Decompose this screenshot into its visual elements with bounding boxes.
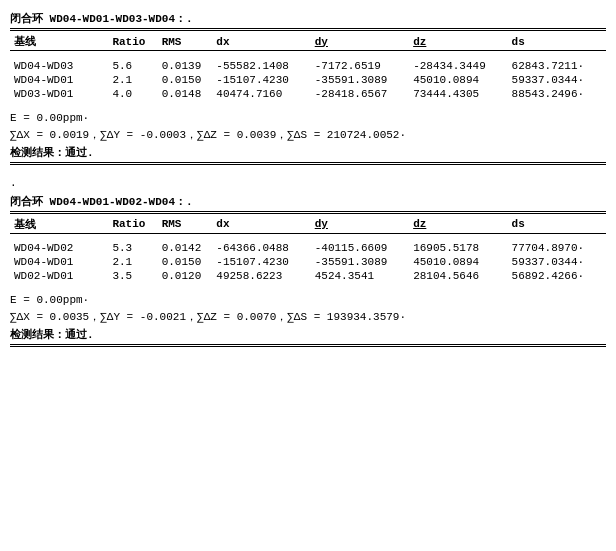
header-ratio-2: Ratio <box>108 216 157 234</box>
loop1-result: 检测结果：通过. <box>10 145 606 160</box>
loop1-row-0: WD04-WD03 5.6 0.0139 -55582.1408 -7172.6… <box>10 59 606 73</box>
l2r1-dz: 45010.0894 <box>409 255 507 269</box>
loop1-header-row: 基线 Ratio RMS dx dy dz ds <box>10 33 606 51</box>
loop1-gap1 <box>10 101 606 109</box>
l2r2-ratio: 3.5 <box>108 269 157 283</box>
header-ratio-1: Ratio <box>108 33 157 51</box>
l1r2-rms: 0.0148 <box>158 87 213 101</box>
header-ds-1: ds <box>508 33 606 51</box>
l2r0-ds: 77704.8970· <box>508 241 606 255</box>
l1r2-baseline: WD03-WD01 <box>10 87 108 101</box>
l1r0-baseline: WD04-WD03 <box>10 59 108 73</box>
loop1-section: 闭合环 WD04-WD01-WD03-WD04：. 基线 Ratio RMS d… <box>10 11 606 165</box>
l2r2-dx: 49258.6223 <box>212 269 310 283</box>
l1r1-baseline: WD04-WD01 <box>10 73 108 87</box>
loop2-sum-line: ∑ΔX = 0.0035，∑ΔY = -0.0021，∑ΔZ = 0.0070，… <box>10 309 606 324</box>
l1r0-dz: -28434.3449 <box>409 59 507 73</box>
l1r0-dx: -55582.1408 <box>212 59 310 73</box>
header-dy-2: dy <box>311 216 409 234</box>
l2r2-rms: 0.0120 <box>158 269 213 283</box>
loop2-table: 基线 Ratio RMS dx dy dz ds WD04-WD02 5.3 0… <box>10 216 606 284</box>
loop1-spacer-0 <box>10 51 606 59</box>
l1r1-ds: 59337.0344· <box>508 73 606 87</box>
loop2-gap1 <box>10 283 606 291</box>
loop2-result: 检测结果：通过. <box>10 327 606 342</box>
header-dz-1: dz <box>409 33 507 51</box>
l1r0-rms: 0.0139 <box>158 59 213 73</box>
l2r2-ds: 56892.4266· <box>508 269 606 283</box>
l2r1-dy: -35591.3089 <box>311 255 409 269</box>
l2r1-dx: -15107.4230 <box>212 255 310 269</box>
top-divider-2 <box>10 211 606 214</box>
l1r2-ratio: 4.0 <box>108 87 157 101</box>
loop2-section: 闭合环 WD04-WD01-WD02-WD04：. 基线 Ratio RMS d… <box>10 194 606 348</box>
l2r0-rms: 0.0142 <box>158 241 213 255</box>
loop2-title: 闭合环 WD04-WD01-WD02-WD04：. <box>10 194 606 209</box>
header-dx-1: dx <box>212 33 310 51</box>
dot1: · <box>10 179 606 191</box>
l1r1-ratio: 2.1 <box>108 73 157 87</box>
l2r2-dy: 4524.3541 <box>311 269 409 283</box>
loop1-row-1: WD04-WD01 2.1 0.0150 -15107.4230 -35591.… <box>10 73 606 87</box>
loop1-sum-line: ∑ΔX = 0.0019，∑ΔY = -0.0003，∑ΔZ = 0.0039，… <box>10 127 606 142</box>
l2r2-dz: 28104.5646 <box>409 269 507 283</box>
loop1-title: 闭合环 WD04-WD01-WD03-WD04：. <box>10 11 606 26</box>
l2r0-dz: 16905.5178 <box>409 241 507 255</box>
loop2-row-0: WD04-WD02 5.3 0.0142 -64366.0488 -40115.… <box>10 241 606 255</box>
loop2-row-2: WD02-WD01 3.5 0.0120 49258.6223 4524.354… <box>10 269 606 283</box>
l2r1-baseline: WD04-WD01 <box>10 255 108 269</box>
header-dy-1: dy <box>311 33 409 51</box>
l1r1-rms: 0.0150 <box>158 73 213 87</box>
l1r2-dx: 40474.7160 <box>212 87 310 101</box>
loop2-e-line: E = 0.00ppm· <box>10 294 606 306</box>
bottom-divider-1 <box>10 162 606 165</box>
l1r2-ds: 88543.2496· <box>508 87 606 101</box>
l1r0-ratio: 5.6 <box>108 59 157 73</box>
l2r0-ratio: 5.3 <box>108 241 157 255</box>
header-dx-2: dx <box>212 216 310 234</box>
l2r0-dy: -40115.6609 <box>311 241 409 255</box>
header-baseline-1: 基线 <box>10 33 108 51</box>
header-rms-2: RMS <box>158 216 213 234</box>
l1r0-ds: 62843.7211· <box>508 59 606 73</box>
l1r1-dx: -15107.4230 <box>212 73 310 87</box>
l2r1-ds: 59337.0344· <box>508 255 606 269</box>
loop1-e-line: E = 0.00ppm· <box>10 112 606 124</box>
header-baseline-2: 基线 <box>10 216 108 234</box>
l2r0-dx: -64366.0488 <box>212 241 310 255</box>
loop1-table: 基线 Ratio RMS dx dy dz ds WD04-WD03 5.6 0… <box>10 33 606 101</box>
l2r1-ratio: 2.1 <box>108 255 157 269</box>
loop2-spacer-0 <box>10 233 606 241</box>
l2r2-baseline: WD02-WD01 <box>10 269 108 283</box>
header-dz-2: dz <box>409 216 507 234</box>
header-ds-2: ds <box>508 216 606 234</box>
l1r1-dy: -35591.3089 <box>311 73 409 87</box>
loop1-row-2: WD03-WD01 4.0 0.0148 40474.7160 -28418.6… <box>10 87 606 101</box>
l2r1-rms: 0.0150 <box>158 255 213 269</box>
l1r0-dy: -7172.6519 <box>311 59 409 73</box>
l1r2-dz: 73444.4305 <box>409 87 507 101</box>
gap-between <box>10 169 606 177</box>
bottom-divider-2 <box>10 344 606 347</box>
l2r0-baseline: WD04-WD02 <box>10 241 108 255</box>
top-divider-1 <box>10 28 606 31</box>
header-rms-1: RMS <box>158 33 213 51</box>
loop2-header-row: 基线 Ratio RMS dx dy dz ds <box>10 216 606 234</box>
l1r2-dy: -28418.6567 <box>311 87 409 101</box>
l1r1-dz: 45010.0894 <box>409 73 507 87</box>
loop2-row-1: WD04-WD01 2.1 0.0150 -15107.4230 -35591.… <box>10 255 606 269</box>
